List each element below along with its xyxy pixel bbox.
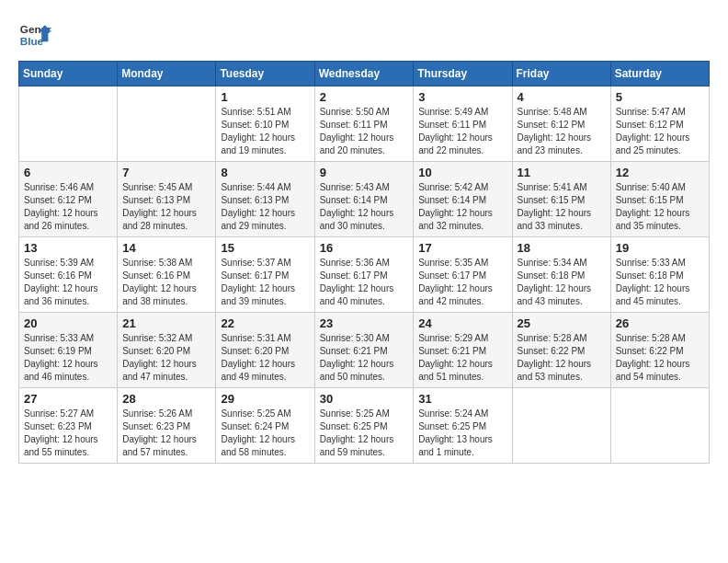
weekday-header-row: SundayMondayTuesdayWednesdayThursdayFrid… bbox=[19, 62, 710, 86]
svg-text:Blue: Blue bbox=[20, 35, 44, 47]
day-info: Sunrise: 5:34 AMSunset: 6:18 PMDaylight:… bbox=[518, 257, 606, 308]
calendar-cell: 18Sunrise: 5:34 AMSunset: 6:18 PMDayligh… bbox=[512, 237, 610, 313]
day-info: Sunrise: 5:46 AMSunset: 6:12 PMDaylight:… bbox=[24, 181, 112, 233]
day-number: 23 bbox=[320, 316, 409, 330]
day-info: Sunrise: 5:42 AMSunset: 6:14 PMDaylight:… bbox=[418, 181, 506, 233]
calendar-cell: 8Sunrise: 5:44 AMSunset: 6:13 PMDaylight… bbox=[216, 162, 314, 237]
day-info: Sunrise: 5:39 AMSunset: 6:16 PMDaylight:… bbox=[24, 257, 112, 308]
calendar-cell: 12Sunrise: 5:40 AMSunset: 6:15 PMDayligh… bbox=[610, 162, 709, 237]
weekday-header-saturday: Saturday bbox=[610, 62, 709, 86]
day-number: 21 bbox=[122, 316, 210, 330]
day-info: Sunrise: 5:41 AMSunset: 6:15 PMDaylight:… bbox=[518, 181, 606, 233]
calendar-cell: 15Sunrise: 5:37 AMSunset: 6:17 PMDayligh… bbox=[216, 237, 314, 313]
calendar-cell: 26Sunrise: 5:28 AMSunset: 6:22 PMDayligh… bbox=[610, 313, 709, 388]
day-info: Sunrise: 5:51 AMSunset: 6:10 PMDaylight:… bbox=[221, 106, 309, 157]
day-info: Sunrise: 5:33 AMSunset: 6:19 PMDaylight:… bbox=[24, 332, 112, 384]
day-info: Sunrise: 5:49 AMSunset: 6:11 PMDaylight:… bbox=[418, 106, 506, 157]
day-number: 1 bbox=[221, 90, 309, 104]
calendar-cell: 6Sunrise: 5:46 AMSunset: 6:12 PMDaylight… bbox=[19, 162, 118, 237]
calendar-cell: 11Sunrise: 5:41 AMSunset: 6:15 PMDayligh… bbox=[512, 162, 610, 237]
day-number: 29 bbox=[221, 392, 309, 406]
day-info: Sunrise: 5:40 AMSunset: 6:15 PMDaylight:… bbox=[616, 181, 704, 233]
calendar-cell: 1Sunrise: 5:51 AMSunset: 6:10 PMDaylight… bbox=[216, 86, 314, 162]
day-info: Sunrise: 5:28 AMSunset: 6:22 PMDaylight:… bbox=[518, 332, 606, 384]
calendar-cell: 30Sunrise: 5:25 AMSunset: 6:25 PMDayligh… bbox=[314, 388, 414, 464]
calendar-cell: 19Sunrise: 5:33 AMSunset: 6:18 PMDayligh… bbox=[610, 237, 709, 313]
page-header: General Blue bbox=[18, 18, 710, 52]
day-info: Sunrise: 5:26 AMSunset: 6:23 PMDaylight:… bbox=[122, 408, 210, 459]
calendar-cell: 23Sunrise: 5:30 AMSunset: 6:21 PMDayligh… bbox=[314, 313, 414, 388]
calendar-cell: 28Sunrise: 5:26 AMSunset: 6:23 PMDayligh… bbox=[118, 388, 216, 464]
calendar-cell: 27Sunrise: 5:27 AMSunset: 6:23 PMDayligh… bbox=[19, 388, 118, 464]
calendar-cell: 25Sunrise: 5:28 AMSunset: 6:22 PMDayligh… bbox=[512, 313, 610, 388]
day-info: Sunrise: 5:27 AMSunset: 6:23 PMDaylight:… bbox=[24, 408, 112, 459]
day-number: 28 bbox=[122, 392, 210, 406]
calendar-cell: 13Sunrise: 5:39 AMSunset: 6:16 PMDayligh… bbox=[19, 237, 118, 313]
day-number: 2 bbox=[320, 90, 409, 104]
calendar-cell: 2Sunrise: 5:50 AMSunset: 6:11 PMDaylight… bbox=[314, 86, 414, 162]
calendar-cell: 29Sunrise: 5:25 AMSunset: 6:24 PMDayligh… bbox=[216, 388, 314, 464]
day-info: Sunrise: 5:33 AMSunset: 6:18 PMDaylight:… bbox=[616, 257, 704, 308]
day-number: 25 bbox=[518, 316, 606, 330]
weekday-header-monday: Monday bbox=[118, 62, 216, 86]
day-number: 26 bbox=[616, 316, 704, 330]
weekday-header-friday: Friday bbox=[512, 62, 610, 86]
day-number: 8 bbox=[221, 166, 309, 179]
calendar-cell: 7Sunrise: 5:45 AMSunset: 6:13 PMDaylight… bbox=[118, 162, 216, 237]
week-row-5: 27Sunrise: 5:27 AMSunset: 6:23 PMDayligh… bbox=[19, 388, 710, 464]
day-number: 20 bbox=[24, 316, 112, 330]
calendar-cell: 16Sunrise: 5:36 AMSunset: 6:17 PMDayligh… bbox=[314, 237, 414, 313]
logo: General Blue bbox=[18, 18, 51, 52]
day-info: Sunrise: 5:37 AMSunset: 6:17 PMDaylight:… bbox=[221, 257, 309, 308]
day-number: 16 bbox=[320, 241, 409, 255]
day-number: 12 bbox=[616, 166, 704, 179]
day-number: 14 bbox=[122, 241, 210, 255]
day-info: Sunrise: 5:47 AMSunset: 6:12 PMDaylight:… bbox=[616, 106, 704, 157]
day-number: 10 bbox=[418, 166, 506, 179]
week-row-2: 6Sunrise: 5:46 AMSunset: 6:12 PMDaylight… bbox=[19, 162, 710, 237]
calendar-cell: 21Sunrise: 5:32 AMSunset: 6:20 PMDayligh… bbox=[118, 313, 216, 388]
calendar-cell bbox=[512, 388, 610, 464]
week-row-3: 13Sunrise: 5:39 AMSunset: 6:16 PMDayligh… bbox=[19, 237, 710, 313]
calendar-cell: 22Sunrise: 5:31 AMSunset: 6:20 PMDayligh… bbox=[216, 313, 314, 388]
day-info: Sunrise: 5:36 AMSunset: 6:17 PMDaylight:… bbox=[320, 257, 409, 308]
day-number: 11 bbox=[518, 166, 606, 179]
week-row-4: 20Sunrise: 5:33 AMSunset: 6:19 PMDayligh… bbox=[19, 313, 710, 388]
calendar-cell: 31Sunrise: 5:24 AMSunset: 6:25 PMDayligh… bbox=[414, 388, 512, 464]
day-number: 30 bbox=[320, 392, 409, 406]
calendar-cell bbox=[19, 86, 118, 162]
day-number: 5 bbox=[616, 90, 704, 104]
calendar-cell bbox=[610, 388, 709, 464]
weekday-header-tuesday: Tuesday bbox=[216, 62, 314, 86]
calendar-cell: 5Sunrise: 5:47 AMSunset: 6:12 PMDaylight… bbox=[610, 86, 709, 162]
day-info: Sunrise: 5:48 AMSunset: 6:12 PMDaylight:… bbox=[518, 106, 606, 157]
day-number: 31 bbox=[418, 392, 506, 406]
calendar-cell: 9Sunrise: 5:43 AMSunset: 6:14 PMDaylight… bbox=[314, 162, 414, 237]
weekday-header-sunday: Sunday bbox=[19, 62, 118, 86]
day-number: 4 bbox=[518, 90, 606, 104]
weekday-header-thursday: Thursday bbox=[414, 62, 512, 86]
day-info: Sunrise: 5:30 AMSunset: 6:21 PMDaylight:… bbox=[320, 332, 409, 384]
day-info: Sunrise: 5:32 AMSunset: 6:20 PMDaylight:… bbox=[122, 332, 210, 384]
calendar-cell: 24Sunrise: 5:29 AMSunset: 6:21 PMDayligh… bbox=[414, 313, 512, 388]
calendar-cell bbox=[118, 86, 216, 162]
day-number: 7 bbox=[122, 166, 210, 179]
day-number: 9 bbox=[320, 166, 409, 179]
day-number: 18 bbox=[518, 241, 606, 255]
calendar-cell: 4Sunrise: 5:48 AMSunset: 6:12 PMDaylight… bbox=[512, 86, 610, 162]
day-info: Sunrise: 5:25 AMSunset: 6:25 PMDaylight:… bbox=[320, 408, 409, 459]
day-info: Sunrise: 5:29 AMSunset: 6:21 PMDaylight:… bbox=[418, 332, 506, 384]
day-number: 15 bbox=[221, 241, 309, 255]
day-info: Sunrise: 5:24 AMSunset: 6:25 PMDaylight:… bbox=[418, 408, 506, 459]
day-info: Sunrise: 5:45 AMSunset: 6:13 PMDaylight:… bbox=[122, 181, 210, 233]
day-info: Sunrise: 5:50 AMSunset: 6:11 PMDaylight:… bbox=[320, 106, 409, 157]
day-number: 22 bbox=[221, 316, 309, 330]
calendar-cell: 20Sunrise: 5:33 AMSunset: 6:19 PMDayligh… bbox=[19, 313, 118, 388]
logo-icon: General Blue bbox=[18, 18, 51, 52]
calendar-cell: 3Sunrise: 5:49 AMSunset: 6:11 PMDaylight… bbox=[414, 86, 512, 162]
day-number: 27 bbox=[24, 392, 112, 406]
day-number: 24 bbox=[418, 316, 506, 330]
calendar-table: SundayMondayTuesdayWednesdayThursdayFrid… bbox=[18, 61, 710, 464]
day-number: 3 bbox=[418, 90, 506, 104]
day-number: 19 bbox=[616, 241, 704, 255]
